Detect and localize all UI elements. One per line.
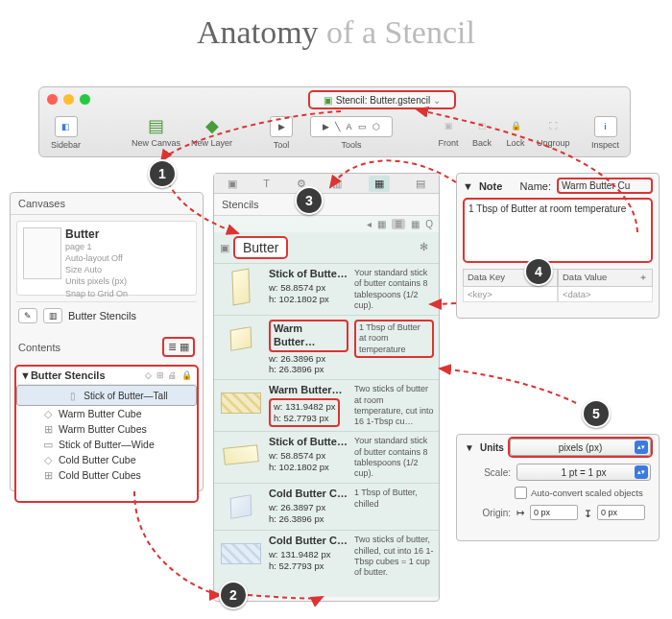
data-value-header: Data Value [563,272,607,284]
list-item[interactable]: ◇Cold Butter Cube [16,452,197,467]
callout-badge-3: 3 [295,186,324,215]
contents-outline[interactable]: ▼ Butter Stencils◇ ⊞ 🖨 🔒 ▯Stick of Butte… [14,365,199,503]
stencil-row[interactable]: Warm Butter…w: 131.9482 pxh: 52.7793 px … [214,379,439,431]
list-item[interactable]: ▯Stick of Butter—Tall [16,385,197,406]
inspector-tabs[interactable]: ▣T ⚙▥ ▦▤ [214,174,439,194]
canvases-header: Canvases [11,193,203,215]
page-title: Anatomy of a Stencil [0,14,672,51]
list-item[interactable]: ⊞Warm Butter Cubes [16,421,197,437]
contents-view-toggle[interactable]: ≣ ▦ [162,337,195,357]
canvas-thumbnail [23,227,61,279]
tab-icon[interactable]: ▥ [332,178,342,190]
new-canvas-button[interactable]: ▤New Canvas [132,116,180,148]
callout-badge-4: 4 [524,257,553,286]
document-title[interactable]: ▣ Stencil: Butter.gstencil ⌄ [308,90,456,109]
list-item[interactable]: ⊞Cold Butter Cubes [16,467,197,483]
note-header: Note [479,180,502,192]
sidebar-button[interactable]: ◧Sidebar [51,116,81,150]
close-icon[interactable] [47,94,58,105]
minimize-icon[interactable] [63,94,74,105]
list-view-icon[interactable]: ≣ [168,341,177,353]
add-row-button[interactable]: ＋ [638,272,648,284]
zoom-icon[interactable] [80,94,90,105]
callout-badge-5: 5 [582,399,611,428]
stencil-row[interactable]: Cold Butter C…w: 131.9482 pxh: 52.7793 p… [214,530,439,582]
stencil-row[interactable]: Warm Butter…w: 26.3896 pxh: 26.3896 px 1… [214,315,439,379]
note-panel: ▼Note Name: Warm Butter Cu 1 Tbsp of But… [456,173,660,319]
units-panel: ▼Units pixels (px)▴▾ Scale: 1 pt = 1 px▴… [456,434,660,541]
stencils-view-toggle[interactable]: ◂▦≣▦Q [214,216,439,232]
callout-badge-1: 1 [148,159,177,188]
gear-icon[interactable]: ✻ [420,241,433,254]
canvas-card[interactable]: Butter page 1 Auto-layout Off Size Auto … [16,221,197,296]
layer-row[interactable]: ✎ ▥ Butter Stencils [16,301,197,329]
auto-convert-checkbox[interactable]: Auto-convert scaled objects [457,485,659,501]
origin-y-icon: ↦ [583,509,593,516]
window-controls[interactable] [47,94,90,105]
stencil-row[interactable]: Stick of Butte…w: 58.8574 pxh: 102.1802 … [214,431,439,483]
data-value-field[interactable]: <data> [558,287,653,302]
lock-button[interactable]: 🔒Lock [505,116,526,148]
grid-view-icon[interactable]: ▦ [180,341,189,353]
contents-label: Contents [18,342,60,353]
stencil-name-field[interactable]: Warm Butter Cu [557,178,653,194]
tools-group[interactable]: ▶ ╲ A ▭ ⬡Tools [308,116,395,150]
ungroup-button[interactable]: ⛶Ungroup [537,116,570,148]
name-label: Name: [520,180,551,192]
canvases-panel: Canvases Butter page 1 Auto-layout Off S… [10,192,204,491]
stencils-panel: ▣T ⚙▥ ▦▤ Stencils ◂▦≣▦Q ▣ Butter ✻ Stick… [213,173,440,602]
canvas-name: Butter [65,227,190,241]
origin-x-field[interactable]: 0 px [530,505,578,520]
inspect-button[interactable]: iInspect [591,116,619,150]
list-item[interactable]: ◇Warm Butter Cube [16,406,197,421]
stencil-row[interactable]: Cold Butter C…w: 26.3897 pxh: 26.3896 px… [214,483,439,530]
tab-icon[interactable]: T [263,178,270,189]
origin-x-icon: ↦ [516,508,524,518]
tool-button[interactable]: ▶Tool [270,116,293,150]
window-toolbar: ▣ Stencil: Butter.gstencil ⌄ ◧Sidebar ▤N… [38,86,631,157]
units-header: Units [480,442,504,453]
back-button[interactable]: ▢Back [471,116,492,148]
units-select[interactable]: pixels (px)▴▾ [510,439,651,456]
scale-select[interactable]: 1 pt = 1 px▴▾ [516,464,651,481]
front-button[interactable]: ▣Front [438,116,459,148]
stencils-label: Stencils [214,194,439,216]
tab-icon[interactable]: ▣ [228,178,237,190]
pencil-icon[interactable]: ✎ [18,308,37,323]
origin-y-field[interactable]: 0 px [597,505,645,520]
tab-stencils-icon[interactable]: ▦ [369,176,390,192]
new-layer-button[interactable]: ◆New Layer [191,116,232,148]
data-key-field[interactable]: <key> [463,287,558,302]
outline-tool-icons[interactable]: ◇ ⊞ 🖨 🔒 [145,370,193,380]
note-text-field[interactable]: 1 Tbsp of Butter at room temperature [463,198,653,263]
stencil-category[interactable]: Butter [233,236,288,259]
callout-badge-2: 2 [219,581,248,609]
visibility-icon[interactable]: ▥ [43,308,62,323]
stencil-file-icon: ▣ [324,95,332,106]
stencil-row[interactable]: Stick of Butte…w: 58.8574 pxh: 102.1802 … [214,263,439,315]
tab-icon[interactable]: ▤ [416,178,425,190]
list-item[interactable]: ▭Stick of Butter—Wide [16,437,197,452]
